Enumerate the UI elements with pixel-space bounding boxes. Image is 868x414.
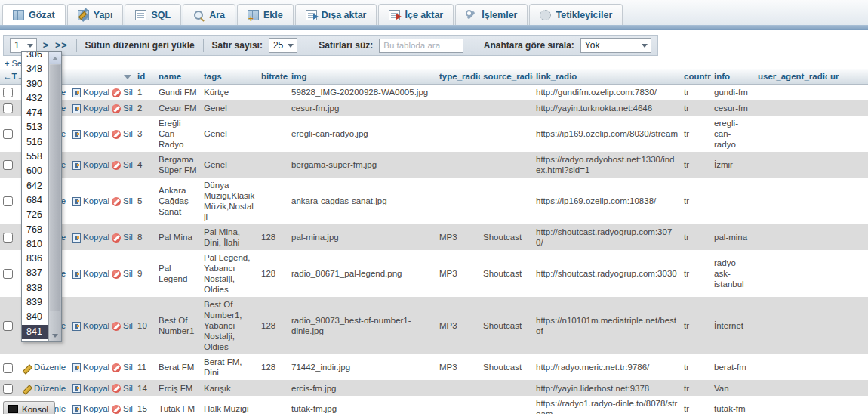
- copy-row-link[interactable]: Kopyala: [69, 297, 109, 354]
- page-option[interactable]: 348: [22, 62, 48, 76]
- copy-row-link[interactable]: Kopyala: [69, 224, 109, 250]
- cell-ur: [827, 116, 868, 152]
- column-header-name[interactable]: name: [155, 69, 201, 85]
- scroll-up-button[interactable]: [49, 52, 61, 64]
- sort-options-icon[interactable]: [124, 75, 131, 79]
- page-option[interactable]: 684: [22, 193, 48, 208]
- last-page-button[interactable]: >>: [55, 40, 68, 51]
- edit-row-link[interactable]: Düzenle: [20, 380, 69, 395]
- delete-row-link[interactable]: Sil: [109, 100, 134, 115]
- copy-row-link[interactable]: Kopyala: [69, 152, 109, 178]
- delete-row-link[interactable]: Sil: [109, 224, 134, 250]
- cell-name: Tutak FM: [155, 396, 201, 414]
- tab-ekle[interactable]: Ekle: [237, 4, 294, 25]
- column-header-id[interactable]: id: [134, 69, 155, 85]
- console-toggle[interactable]: Konsol: [3, 401, 55, 414]
- column-header-link_radio[interactable]: link_radio: [533, 69, 681, 85]
- copy-row-link[interactable]: Kopyala: [69, 178, 109, 224]
- delete-row-link[interactable]: Sil: [109, 380, 134, 395]
- delete-row-link[interactable]: Sil: [109, 297, 134, 354]
- column-header-source_radio[interactable]: source_radio: [480, 69, 533, 85]
- restore-column-order-button[interactable]: Sütun düzenini geri yükle: [85, 40, 194, 51]
- sort-by-key-select[interactable]: Yok: [580, 38, 651, 53]
- delete-label: Sil: [123, 404, 133, 413]
- cell-source_radio: [480, 152, 533, 178]
- scroll-down-button[interactable]: [49, 329, 61, 341]
- delete-row-link[interactable]: Sil: [109, 354, 134, 380]
- copy-row-link[interactable]: Kopyala: [69, 380, 109, 395]
- column-header-img[interactable]: img: [288, 69, 436, 85]
- edit-row-link[interactable]: Düzenle: [20, 354, 69, 380]
- row-checkbox[interactable]: [3, 104, 13, 113]
- tab-sql[interactable]: SQL: [125, 4, 181, 25]
- delete-row-link[interactable]: Sil: [109, 250, 134, 297]
- page-option[interactable]: 836: [22, 252, 48, 266]
- page-option[interactable]: 837: [22, 266, 48, 280]
- column-header-user_agent_radio[interactable]: user_agent_radio: [755, 69, 827, 85]
- tab-i̇şlemler[interactable]: İşlemler: [455, 4, 528, 25]
- page-option[interactable]: 516: [22, 135, 48, 150]
- page-option[interactable]: 838: [22, 281, 48, 295]
- copy-row-link[interactable]: Kopyala: [69, 354, 109, 380]
- page-option[interactable]: 432: [22, 91, 48, 106]
- page-option[interactable]: 840: [22, 310, 48, 324]
- tab-gözat[interactable]: Gözat: [2, 4, 66, 25]
- row-checkbox[interactable]: [3, 160, 13, 170]
- page-option[interactable]: 474: [22, 106, 48, 120]
- column-header-country[interactable]: country: [681, 69, 711, 85]
- row-count-label: Satır sayısı:: [212, 40, 263, 51]
- page-option[interactable]: 513: [22, 120, 48, 134]
- page-option[interactable]: 558: [22, 150, 48, 164]
- column-header-info[interactable]: info: [711, 69, 755, 85]
- row-checkbox[interactable]: [3, 88, 13, 97]
- page-select[interactable]: 1: [10, 38, 37, 53]
- page-option[interactable]: 839: [22, 295, 48, 310]
- column-header-ur[interactable]: ur: [827, 69, 868, 85]
- cell-img: 59828_IMG-20200928-WA0005.jpg: [288, 85, 436, 100]
- page-option[interactable]: 810: [22, 237, 48, 252]
- tab-i̇çe-aktar[interactable]: İçe aktar: [378, 4, 454, 25]
- tab-label: Dışa aktar: [322, 10, 367, 20]
- column-header-bitrate[interactable]: bitrate: [258, 69, 288, 85]
- page-option[interactable]: 600: [22, 164, 48, 178]
- cell-user_agent_radio: [755, 85, 827, 100]
- tab-dışa-aktar[interactable]: Dışa aktar: [295, 4, 377, 25]
- tab-yapı[interactable]: Yapı: [67, 4, 124, 25]
- scrollbar-thumb[interactable]: [50, 65, 60, 311]
- delete-row-link[interactable]: Sil: [109, 178, 134, 224]
- next-page-button[interactable]: >: [43, 40, 49, 51]
- copy-row-link[interactable]: Kopyala: [69, 396, 109, 414]
- delete-row-link[interactable]: Sil: [109, 85, 134, 100]
- edit-label: Düzenle: [34, 384, 66, 393]
- page-option[interactable]: 642: [22, 179, 48, 193]
- delete-row-link[interactable]: Sil: [109, 116, 134, 152]
- column-header-type_radio[interactable]: type_radio: [436, 69, 480, 85]
- row-checkbox[interactable]: [3, 363, 13, 373]
- tab-tetikleyiciler[interactable]: Tetikleyiciler: [529, 4, 623, 25]
- page-option[interactable]: 390: [22, 77, 48, 91]
- row-checkbox[interactable]: [3, 129, 13, 139]
- row-checkbox[interactable]: [3, 196, 13, 206]
- cell-source_radio: Shoutcast: [480, 224, 533, 250]
- delete-row-link[interactable]: Sil: [109, 152, 134, 178]
- copy-row-link[interactable]: Kopyala: [69, 85, 109, 100]
- page-option[interactable]: 768: [22, 223, 48, 237]
- delete-row-link[interactable]: Sil: [109, 396, 134, 414]
- copy-row-link[interactable]: Kopyala: [69, 100, 109, 115]
- row-checkbox[interactable]: [3, 233, 13, 243]
- tab-ara[interactable]: Ara: [183, 4, 235, 25]
- row-checkbox[interactable]: [3, 269, 13, 279]
- filter-rows-input[interactable]: [379, 39, 463, 53]
- row-count-select[interactable]: 25: [269, 38, 297, 53]
- page-option[interactable]: 726: [22, 208, 48, 222]
- column-header-tags[interactable]: tags: [201, 69, 258, 85]
- row-checkbox[interactable]: [3, 384, 13, 394]
- dropdown-scrollbar[interactable]: [48, 52, 61, 341]
- copy-row-link[interactable]: Kopyala: [69, 116, 109, 152]
- page-option[interactable]: 306: [22, 51, 48, 62]
- row-checkbox[interactable]: [3, 321, 13, 331]
- tab-label: Ekle: [263, 10, 283, 20]
- page-option[interactable]: 841: [22, 325, 48, 339]
- copy-row-link[interactable]: Kopyala: [69, 250, 109, 297]
- cell-tags: Pal Legend, Yabancı Nostalji, Oldies: [201, 250, 258, 297]
